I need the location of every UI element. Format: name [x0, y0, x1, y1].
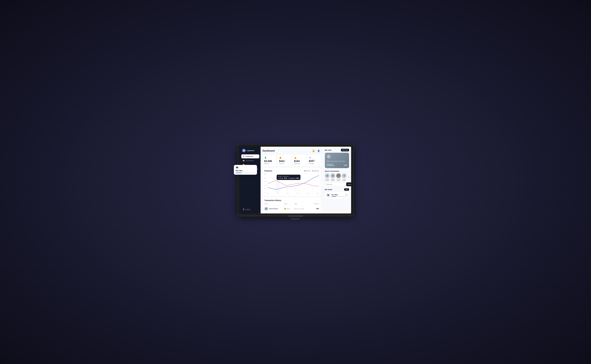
transaction-history-title: Transaction History — [265, 199, 319, 202]
legend-expenses: Expenses — [312, 170, 319, 172]
type-label-1: Food — [286, 208, 290, 209]
goals-header: My Goals Add — [325, 188, 349, 191]
chart-title: Finances — [265, 170, 272, 172]
svg-text:$1000: $1000 — [265, 174, 267, 175]
balance-value: $3,596 — [264, 160, 274, 162]
logo-text: Logoipsum — [247, 150, 254, 151]
send-button[interactable]: Send — [346, 182, 351, 186]
my-card-title: My Card — [325, 149, 332, 151]
quick-transaction-section: Quick Transaction 👤 Michael Jordan 👤 — [325, 170, 349, 186]
balance-icon: 💲 — [264, 156, 274, 159]
svg-text:$800: $800 — [265, 177, 266, 179]
page-header: Dashboard 🔔 👤 — [263, 149, 321, 153]
notification-bell-button[interactable]: 🔔 — [312, 149, 316, 153]
chart-header: Finances Income Expenses — [265, 170, 319, 172]
card-logo: S — [327, 155, 331, 159]
goal-info-imac: New iMac 30% — [332, 194, 348, 197]
stat-card-balance: 💲 $3,596 Balance — [263, 155, 276, 166]
stat-card-income: 💰 $421 Income — [278, 155, 291, 166]
svg-text:3 Apr: 3 Apr — [267, 193, 269, 194]
stat-card-savings: 🛍 $257 Savings — [307, 155, 321, 166]
contact-initials-edelyn: 👤 — [332, 175, 334, 176]
amount-input[interactable] — [325, 182, 345, 186]
transaction-icon: 💳 — [243, 160, 245, 162]
laptop-bezel: Logoipsum 🏠 Dashboard 💳 Transaction 🪙 Ca… — [238, 144, 353, 215]
avatar-aaron: AE — [265, 207, 268, 210]
col-type: Type — [284, 203, 294, 204]
my-card-section: My Card Add Card S 5995 7474 1103 7513 0… — [325, 149, 349, 168]
popup-progress-fill — [236, 173, 242, 173]
popup-progress-bar — [236, 173, 255, 173]
card-number: 5995 7474 1103 7513 0014 — [327, 161, 347, 162]
contact-celyn[interactable]: 👤 Celyn Gustav — [342, 173, 346, 181]
table-row: CS Clement Stewart 🛍 Shopping March 27, … — [265, 212, 319, 214]
card-lines-group — [327, 164, 334, 166]
row-amount-1: $45 — [309, 208, 319, 210]
svg-text:$0: $0 — [265, 192, 266, 193]
credit-card: S 5995 7474 1103 7513 0014 11/24 — [325, 153, 349, 168]
finances-chart-section: Finances Income Expenses — [263, 168, 321, 196]
income-icon: 💰 — [279, 156, 289, 159]
legend-expenses-label: Expenses — [313, 170, 319, 172]
send-row: Send — [325, 182, 349, 186]
sidebar-item-dashboard[interactable]: 🏠 Dashboard — [241, 154, 259, 158]
svg-text:7 Apr: 7 Apr — [307, 193, 309, 194]
chart-area: $1000 $800 $600 $400 $200 $0 — [265, 173, 319, 194]
contact-avatar-michael: 👤 — [325, 173, 330, 178]
sidebar-item-logout[interactable]: 🚪 Logout — [241, 208, 259, 211]
user-profile-button[interactable]: 👤 — [317, 149, 321, 153]
goal-name-imac: New iMac — [332, 194, 338, 195]
contact-name-michael: Michael Jordan — [325, 179, 330, 181]
expenses-icon: 🔔 — [294, 156, 304, 159]
popup-icon: 🖥️ — [236, 166, 255, 169]
contacts-next-button[interactable]: › — [347, 176, 350, 179]
goal-progress-fill-imac — [332, 196, 336, 197]
card-line-1 — [327, 164, 333, 165]
col-amount: Amount — [309, 203, 319, 204]
card-bottom: 11/24 — [327, 164, 347, 166]
sidebar-item-transaction[interactable]: 💳 Transaction — [241, 159, 259, 162]
svg-rect-14 — [276, 174, 280, 192]
contact-avatar-edelyn: 👤 — [331, 173, 335, 178]
transaction-history-section: Transaction History Name Type Date Amoun… — [263, 198, 321, 214]
contact-initials-michael: 👤 — [326, 175, 328, 176]
col-date: Date — [294, 203, 309, 204]
income-label: Income — [279, 163, 289, 164]
card-line-2 — [327, 165, 334, 166]
add-goal-button[interactable]: Add — [344, 188, 349, 191]
savings-value: $257 — [309, 160, 319, 162]
svg-text:5 Apr: 5 Apr — [287, 193, 289, 194]
row-name-2: CS Clement Stewart — [265, 213, 284, 214]
stat-card-expenses: 🔔 $164 Expenses — [292, 155, 306, 166]
device-label: Macbook Pro — [238, 218, 353, 220]
contact-ahmed[interactable]: 🧑 Ahmed Azhar — [336, 173, 341, 181]
row-date-1: March 29, 2022 — [294, 208, 309, 209]
type-icon-1: 🍔 — [284, 208, 286, 210]
notification-popup: 🖥️ New iMac — [234, 165, 257, 175]
goal-percent-imac: 30% — [345, 194, 348, 195]
svg-text:6 Apr: 6 Apr — [297, 193, 299, 194]
home-icon: 🏠 — [243, 156, 245, 157]
goals-title: My Goals — [325, 188, 332, 190]
contact-michael[interactable]: 👤 Michael Jordan — [325, 173, 330, 181]
legend-income: Income — [305, 170, 310, 172]
contact-name-celyn: Celyn Gustav — [342, 179, 346, 181]
goal-icon-imac: 🖥️ — [326, 193, 330, 197]
sidebar: Logoipsum 🏠 Dashboard 💳 Transaction 🪙 Ca… — [240, 147, 261, 214]
add-card-button[interactable]: Add Card — [341, 149, 349, 151]
goal-card-imac: 🖥️ New iMac 30% — [325, 192, 349, 199]
table-row: AE Aaron Evans 🍔 Food March 29, 2022 $45 — [265, 206, 319, 212]
sidebar-bottom: 🚪 Logout — [240, 206, 261, 211]
laptop-base — [238, 215, 353, 217]
main-content: Dashboard 🔔 👤 💲 $3,596 Balance 💰 — [261, 147, 323, 214]
svg-text:$400: $400 — [265, 184, 266, 186]
sidebar-logout-label: Logout — [246, 208, 250, 210]
contact-avatar-ahmed: 🧑 — [336, 173, 341, 178]
name-aaron: Aaron Evans — [269, 208, 278, 210]
goal-progress-bar-imac — [332, 196, 348, 197]
row-name-1: AE Aaron Evans — [265, 207, 284, 210]
col-name: Name — [265, 203, 284, 204]
contact-initials-celyn: 👤 — [343, 175, 345, 176]
svg-text:4 Apr: 4 Apr — [277, 193, 279, 194]
contact-edelyn[interactable]: 👤 Edelyn Sandra — [331, 173, 335, 181]
